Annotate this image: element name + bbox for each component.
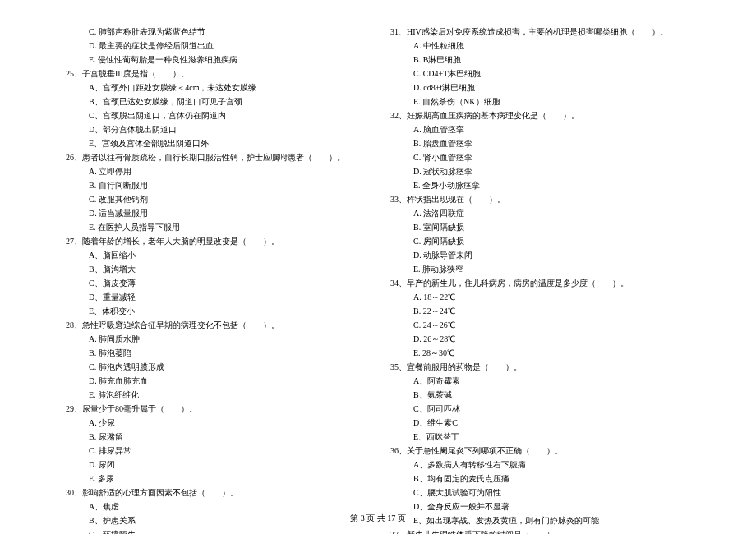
question-stem: 32、妊娠期高血压疾病的基本病理变化是（ ）。: [390, 108, 690, 122]
left-column: C. 肺部声称肚表现为紫蓝色结节 D. 最主要的症状是停经后阴道出血 E. 侵蚀…: [66, 25, 378, 534]
option-text: E. 全身小动脉痉挛: [390, 178, 690, 192]
option-text: D、重量减轻: [66, 290, 366, 304]
option-text: A、多数病人有转移性右下腹痛: [390, 458, 690, 472]
option-text: B. 22～24℃: [390, 304, 690, 318]
question-stem: 26、患者以往有骨质疏松，自行长期口服活性钙，护士应嘱咐患者（ ）。: [66, 150, 366, 164]
question-stem: 27、随着年龄的增长，老年人大脑的明显改变是（ ）。: [66, 234, 366, 248]
option-text: C、环境陌生: [66, 527, 366, 534]
option-text: C. 改服其他钙剂: [66, 192, 366, 206]
question-stem: 30、影响舒适的心理方面因素不包括（ ）。: [66, 486, 366, 499]
option-text: E. 自然杀伤（NK）细胞: [390, 94, 690, 108]
option-text: D. 肺充血肺充血: [66, 374, 366, 388]
option-text: A. 脑血管痉挛: [390, 122, 690, 136]
option-text: B. 自行间断服用: [66, 178, 366, 192]
question-stem: 34、早产的新生儿，住儿科病房，病房的温度是多少度（ ）。: [390, 276, 690, 290]
option-text: A. 法洛四联症: [390, 206, 690, 220]
option-text: D、维生素C: [390, 416, 690, 430]
option-text: A. 18～22℃: [390, 290, 690, 304]
option-text: D. 26～28℃: [390, 332, 690, 346]
option-text: E. 多尿: [66, 472, 366, 486]
option-text: B. B淋巴细胞: [390, 53, 690, 67]
option-text: B. 尿潴留: [66, 430, 366, 444]
option-text: C. 排尿异常: [66, 444, 366, 458]
option-text: C. CD4+T淋巴细胞: [390, 67, 690, 81]
option-text: D、全身反应一般并不显著: [390, 499, 690, 513]
right-column: 31、HIV感染后对免疫系统造成损害，主要的机理是损害哪类细胞（ ）。 A. 中…: [378, 25, 690, 534]
option-text: D. 尿闭: [66, 458, 366, 472]
option-text: E. 肺泡纤维化: [66, 388, 366, 402]
question-stem: 31、HIV感染后对免疫系统造成损害，主要的机理是损害哪类细胞（ ）。: [390, 25, 690, 39]
question-stem: 35、宜餐前服用的药物是（ ）。: [390, 360, 690, 374]
option-text: C. 肾小血管痉挛: [390, 150, 690, 164]
option-text: B. 室间隔缺损: [390, 220, 690, 234]
option-text: C. 24～26℃: [390, 318, 690, 332]
option-text: E. 侵蚀性葡萄胎是一种良性滋养细胞疾病: [66, 53, 366, 67]
question-stem: 36、关于急性阑尾炎下列哪项不正确（ ）。: [390, 444, 690, 458]
option-text: C. 肺泡内透明膜形成: [66, 360, 366, 374]
option-text: A、脑回缩小: [66, 248, 366, 262]
option-text: C、宫颈脱出阴道口，宫体仍在阴道内: [66, 108, 366, 122]
option-text: D. 冠状动脉痉挛: [390, 164, 690, 178]
option-text: B、宫颈已达处女膜缘，阴道口可见子宫颈: [66, 94, 366, 108]
option-text: B、脑沟增大: [66, 262, 366, 276]
option-text: B. 胎盘血管痉挛: [390, 136, 690, 150]
option-text: C、腰大肌试验可为阳性: [390, 486, 690, 499]
page-footer: 第 3 页 共 17 页: [0, 513, 756, 524]
page-content: C. 肺部声称肚表现为紫蓝色结节 D. 最主要的症状是停经后阴道出血 E. 侵蚀…: [0, 0, 756, 534]
option-text: E、体积变小: [66, 304, 366, 318]
option-text: A. 少尿: [66, 416, 366, 430]
option-text: E. 肺动脉狭窄: [390, 262, 690, 276]
option-text: A. 立即停用: [66, 164, 366, 178]
option-text: D. 动脉导管未闭: [390, 248, 690, 262]
option-text: A、阿奇霉素: [390, 374, 690, 388]
option-text: E. 28～30℃: [390, 346, 690, 360]
question-stem: 25、子宫脱垂III度是指（ ）。: [66, 67, 366, 81]
option-text: B、氨茶碱: [390, 388, 690, 402]
option-text: E. 在医护人员指导下服用: [66, 220, 366, 234]
option-text: E、宫颈及宫体全部脱出阴道口外: [66, 136, 366, 150]
option-text: C、脑皮变薄: [66, 276, 366, 290]
option-text: A、焦虑: [66, 499, 366, 513]
question-stem: 37、新生儿生理性体重下降的时间是（ ）。: [390, 527, 690, 534]
option-text: D. 最主要的症状是停经后阴道出血: [66, 39, 366, 53]
option-text: B、均有固定的麦氏点压痛: [390, 472, 690, 486]
question-stem: 28、急性呼吸窘迫综合征早期的病理变化不包括（ ）。: [66, 318, 366, 332]
option-text: B. 肺泡萎陷: [66, 346, 366, 360]
option-text: D、部分宫体脱出阴道口: [66, 122, 366, 136]
option-text: C、阿司匹林: [390, 402, 690, 416]
option-text: D. 适当减量服用: [66, 206, 366, 220]
option-text: C. 房间隔缺损: [390, 234, 690, 248]
option-text: C. 肺部声称肚表现为紫蓝色结节: [66, 25, 366, 39]
option-text: A. 中性粒细胞: [390, 39, 690, 53]
option-text: A. 肺间质水肿: [66, 332, 366, 346]
question-stem: 33、杵状指出现现在（ ）。: [390, 192, 690, 206]
option-text: A、宫颈外口距处女膜缘＜4cm，未达处女膜缘: [66, 81, 366, 94]
option-text: E、西咪替丁: [390, 430, 690, 444]
question-stem: 29、尿量少于80毫升属于（ ）。: [66, 402, 366, 416]
option-text: D. cd8+t淋巴细胞: [390, 81, 690, 94]
